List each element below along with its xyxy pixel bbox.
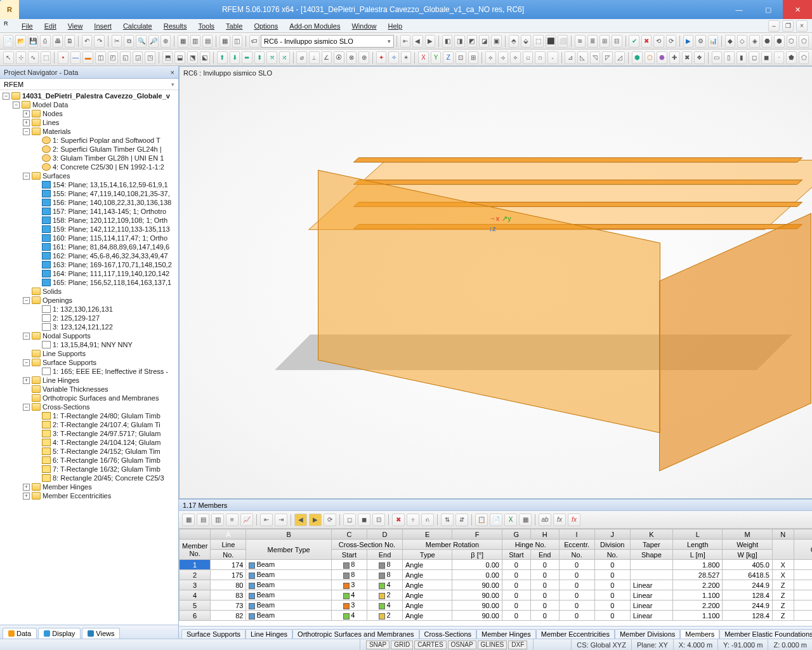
table-icon[interactable]: ▦ [219,35,230,48]
t4-icon[interactable]: ⬛ [546,35,556,48]
panel3-icon[interactable]: ▤ [202,35,213,48]
j2-icon[interactable]: ⬡ [645,51,655,64]
s1-icon[interactable]: ⬆ [217,51,228,64]
cut-icon[interactable]: ✂ [112,35,122,48]
copy-icon[interactable]: ⧉ [124,35,134,48]
f1-icon[interactable]: ✦ [376,51,387,64]
menu-calculate[interactable]: Calculate [118,21,157,31]
navigator-tree[interactable]: −14031_DePietri_Palestra Cavezzo_Globale… [0,91,178,500]
h6-icon[interactable]: ⬫ [547,51,558,64]
s5-icon[interactable]: ⤧ [266,51,277,64]
gt11-icon[interactable]: ◻ [343,514,356,526]
d15-icon[interactable]: ⬔ [187,51,198,64]
p2-icon[interactable]: ◇ [737,35,747,48]
gt1-icon[interactable]: ▦ [182,514,195,526]
s6-icon[interactable]: ⤨ [279,51,290,64]
grid-tab[interactable]: Members [680,629,719,639]
cube1-icon[interactable]: ◧ [442,35,452,48]
gt4-icon[interactable]: ≡ [226,514,239,526]
gt5-icon[interactable]: 📈 [240,514,253,526]
m2-icon[interactable]: ≣ [587,35,598,48]
m7-icon[interactable]: ⟲ [653,35,664,48]
h1-icon[interactable]: ⟡ [485,51,496,64]
menu-table[interactable]: Table [221,21,247,31]
k7-icon[interactable]: ⬟ [786,51,797,64]
s3-icon[interactable]: ⬌ [242,51,252,64]
d3-icon[interactable]: ∿ [28,51,39,64]
maximize-button[interactable]: ▢ [754,0,783,19]
snap-cartes-button[interactable]: CARTES [414,640,446,649]
grid-tab[interactable]: Orthotropic Surfaces and Membranes [292,629,419,639]
snap-osnap-button[interactable]: OSNAP [448,640,476,649]
h3-icon[interactable]: ⟣ [510,51,521,64]
e5-icon[interactable]: ⊗ [346,51,357,64]
d7-icon[interactable]: ▬ [82,51,93,64]
members-grid[interactable]: ABCDEFGHIJKLMNOMemberNo.LineMember TypeC… [179,529,812,621]
d8-icon[interactable]: ◫ [95,51,106,64]
printpr-icon[interactable]: 🗎 [65,35,75,48]
next-icon[interactable]: ▶ [425,35,435,48]
minimize-button[interactable]: — [724,0,754,19]
tab-display[interactable]: Display [38,628,81,639]
i5-icon[interactable]: ◿ [615,51,625,64]
loadcase-combo[interactable]: RC6 - Inviluppo sismico SLO [261,35,394,48]
first-icon[interactable]: ⇤ [400,35,410,48]
s4-icon[interactable]: ⬍ [254,51,265,64]
m3-icon[interactable]: ⊞ [599,35,610,48]
undo-icon[interactable]: ↶ [82,35,92,48]
s2-icon[interactable]: ⬇ [230,51,240,64]
i4-icon[interactable]: ◸ [602,51,613,64]
grid-tab[interactable]: Surface Supports [181,629,246,639]
3d-viewport[interactable]: RC6 : Inviluppo sismico SLO →x ↗y↓z [179,66,812,499]
gt15-icon[interactable]: ⎌ [421,514,434,526]
grid-tab[interactable]: Member Elastic Foundations [719,629,812,639]
snap-glines-button[interactable]: GLINES [478,640,508,649]
cube3-icon[interactable]: ◩ [467,35,477,48]
find-icon[interactable]: 🔍 [136,35,146,48]
k1-icon[interactable]: ▭ [712,51,723,64]
m1-icon[interactable]: ≋ [575,35,585,48]
g-y-icon[interactable]: Y [431,51,442,64]
gt10-icon[interactable]: ⟳ [324,514,336,526]
gt16-icon[interactable]: ⇅ [441,514,454,526]
redo-icon[interactable]: ↷ [94,35,104,48]
cube4-icon[interactable]: ◪ [479,35,489,48]
grid-tab[interactable]: Line Hinges [246,629,292,639]
k4-icon[interactable]: ◻ [749,51,759,64]
tab-data[interactable]: Data [3,628,37,639]
new-icon[interactable]: 📄 [3,35,13,48]
menu-results[interactable]: Results [159,21,192,31]
i3-icon[interactable]: ◹ [590,51,601,64]
calc-icon[interactable]: ▶ [683,35,693,48]
d9-icon[interactable]: ◰ [108,51,119,64]
menu-tools[interactable]: Tools [193,21,219,31]
j5-icon[interactable]: ✖ [682,51,693,64]
m8-icon[interactable]: ⟳ [666,35,676,48]
gt2-icon[interactable]: ▤ [197,514,209,526]
gt-fx2-icon[interactable]: fx [568,514,580,526]
panel2-icon[interactable]: ▥ [190,35,200,48]
t3-icon[interactable]: ⬚ [533,35,543,48]
grid-tab[interactable]: Member Divisions [615,629,680,639]
gt14-icon[interactable]: ⎀ [407,514,419,526]
snap-dxf-button[interactable]: DXF [508,640,527,649]
gt20-icon[interactable]: ▦ [519,514,532,526]
m5-icon[interactable]: ✔ [629,35,639,48]
gt12-icon[interactable]: ◼ [358,514,370,526]
menu-addons[interactable]: Add-on Modules [284,21,345,31]
d5-icon[interactable]: • [58,51,69,64]
app-menu-icon[interactable]: R [4,20,15,32]
g-z-icon[interactable]: Z [443,51,454,64]
snap-grid-button[interactable]: GRID [391,640,413,649]
k2-icon[interactable]: ▯ [724,51,735,64]
grid-tab[interactable]: Member Hinges [476,629,536,639]
f2-icon[interactable]: ✧ [388,51,399,64]
zoom-icon[interactable]: 🔎 [148,35,159,48]
t5-icon[interactable]: ⬜ [558,35,568,48]
gt7-icon[interactable]: ⇥ [275,514,287,526]
e6-icon[interactable]: ⊕ [358,51,369,64]
j1-icon[interactable]: ⬢ [632,51,643,64]
saveas-icon[interactable]: ⎙ [40,35,50,48]
e2-icon[interactable]: ⟂ [309,51,320,64]
gt9-icon[interactable]: ▶ [309,514,322,526]
